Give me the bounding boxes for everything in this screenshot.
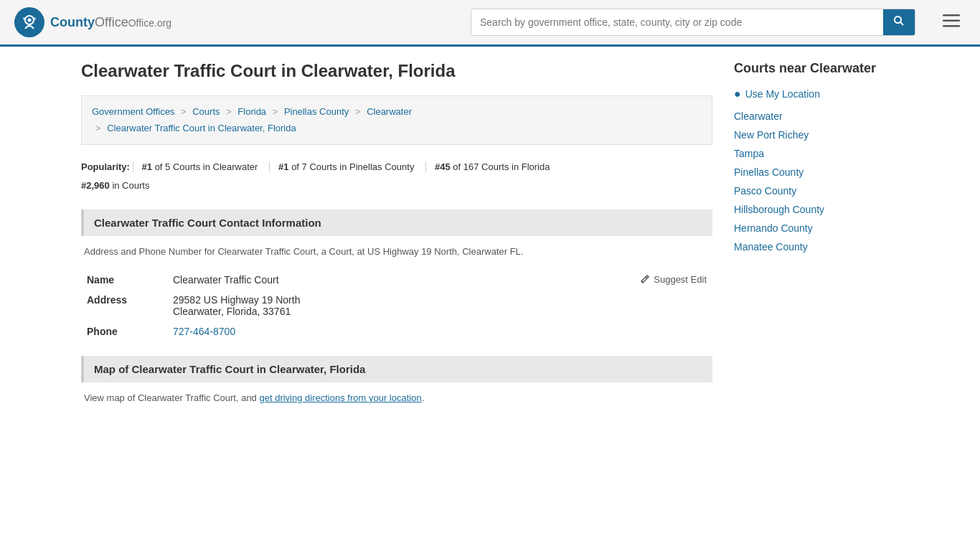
contact-section-header: Clearwater Traffic Court Contact Informa… [81, 209, 712, 236]
breadcrumb-sep-4: > [355, 106, 361, 117]
sidebar-item-tampa: Tampa [734, 148, 899, 159]
svg-point-1 [28, 19, 32, 22]
use-location-row: ● Use My Location [734, 88, 899, 100]
popularity-bar: Popularity: #1 of 5 Courts in Clearwater… [81, 158, 712, 195]
site-header: CountyOfficeOffice.org [0, 0, 980, 47]
breadcrumb-sep-1: > [181, 106, 187, 117]
name-value: Clearwater Traffic Court Suggest Edit [167, 270, 712, 290]
phone-label: Phone [81, 321, 167, 342]
sidebar-link-new-port-richey[interactable]: New Port Richey [734, 129, 809, 141]
svg-point-4 [895, 17, 901, 23]
suggest-edit-button[interactable]: Suggest Edit [640, 274, 707, 285]
logo-text: CountyOfficeOffice.org [50, 15, 171, 30]
logo-link[interactable]: CountyOfficeOffice.org [14, 7, 171, 37]
breadcrumb-pinellas[interactable]: Pinellas County [284, 106, 349, 117]
sidebar-item-clearwater: Clearwater [734, 110, 899, 122]
popularity-label: Popularity: [81, 161, 130, 172]
sidebar-item-manatee-county: Manatee County [734, 241, 899, 253]
svg-rect-6 [943, 14, 960, 17]
location-pin-icon: ● [734, 88, 741, 100]
sidebar-link-hillsborough-county[interactable]: Hillsborough County [734, 204, 824, 215]
popularity-item-3: #2,960 in Courts [81, 180, 158, 191]
popularity-item-1: #1 of 7 Courts in Pinellas County [269, 161, 425, 172]
main-container: Clearwater Traffic Court in Clearwater, … [60, 47, 920, 425]
logo-icon [14, 7, 44, 37]
page-title: Clearwater Traffic Court in Clearwater, … [81, 61, 712, 81]
contact-info-table: Name Clearwater Traffic Court Suggest Ed… [81, 270, 712, 342]
breadcrumb-sep-3: > [273, 106, 278, 117]
map-description: View map of Clearwater Traffic Court, an… [81, 392, 712, 403]
svg-rect-7 [943, 20, 960, 22]
sidebar-item-pasco-county: Pasco County [734, 185, 899, 197]
sidebar-item-hillsborough-county: Hillsborough County [734, 204, 899, 215]
sidebar-link-tampa[interactable]: Tampa [734, 148, 764, 159]
svg-rect-8 [943, 25, 960, 27]
sidebar-link-manatee-county[interactable]: Manatee County [734, 241, 808, 253]
search-input[interactable] [471, 9, 883, 35]
breadcrumb: Government Offices > Courts > Florida > … [81, 95, 712, 145]
map-section-header: Map of Clearwater Traffic Court in Clear… [81, 356, 712, 382]
sidebar-link-pinellas-county[interactable]: Pinellas County [734, 166, 804, 178]
svg-point-3 [33, 17, 36, 20]
search-bar [471, 9, 915, 36]
phone-value: 727-464-8700 [167, 321, 712, 342]
svg-point-2 [23, 17, 26, 20]
breadcrumb-indent: > [95, 123, 101, 133]
sidebar: Courts near Clearwater ● Use My Location… [734, 61, 899, 410]
sidebar-title: Courts near Clearwater [734, 61, 899, 76]
search-button[interactable] [883, 9, 915, 35]
breadcrumb-florida[interactable]: Florida [237, 106, 266, 117]
driving-directions-link[interactable]: get driving directions from your locatio… [259, 392, 421, 403]
phone-link[interactable]: 727-464-8700 [173, 326, 235, 337]
sidebar-item-hernando-county: Hernando County [734, 222, 899, 234]
name-label: Name [81, 270, 167, 290]
svg-line-5 [900, 22, 903, 25]
table-row-address: Address 29582 US Highway 19 North Clearw… [81, 290, 712, 321]
svg-line-9 [646, 277, 647, 278]
sidebar-links-list: Clearwater New Port Richey Tampa Pinella… [734, 110, 899, 253]
breadcrumb-sep-2: > [226, 106, 232, 117]
breadcrumb-current[interactable]: Clearwater Traffic Court in Clearwater, … [107, 123, 296, 133]
table-row-name: Name Clearwater Traffic Court Suggest Ed… [81, 270, 712, 290]
sidebar-link-hernando-county[interactable]: Hernando County [734, 222, 813, 234]
breadcrumb-clearwater[interactable]: Clearwater [367, 106, 412, 117]
breadcrumb-gov-offices[interactable]: Government Offices [92, 106, 174, 117]
menu-button[interactable] [937, 10, 966, 34]
sidebar-link-clearwater[interactable]: Clearwater [734, 110, 783, 122]
sidebar-link-pasco-county[interactable]: Pasco County [734, 185, 796, 197]
sidebar-item-pinellas-county: Pinellas County [734, 166, 899, 178]
sidebar-item-new-port-richey: New Port Richey [734, 129, 899, 141]
address-value: 29582 US Highway 19 North Clearwater, Fl… [167, 290, 712, 321]
content-area: Clearwater Traffic Court in Clearwater, … [81, 61, 712, 410]
popularity-item-2: #45 of 167 Courts in Florida [425, 161, 558, 172]
table-row-phone: Phone 727-464-8700 [81, 321, 712, 342]
breadcrumb-courts[interactable]: Courts [192, 106, 220, 117]
popularity-item-0: #1 of 5 Courts in Clearwater [133, 161, 270, 172]
contact-description: Address and Phone Number for Clearwater … [81, 246, 712, 257]
use-my-location-link[interactable]: Use My Location [745, 88, 820, 100]
address-label: Address [81, 290, 167, 321]
